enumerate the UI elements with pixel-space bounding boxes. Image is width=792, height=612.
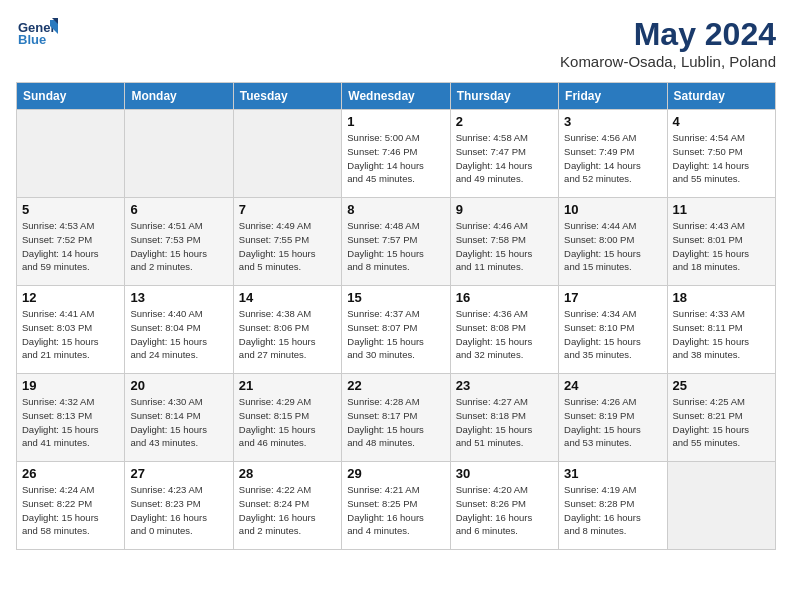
calendar-cell: 26Sunrise: 4:24 AM Sunset: 8:22 PM Dayli… xyxy=(17,462,125,550)
calendar-cell: 29Sunrise: 4:21 AM Sunset: 8:25 PM Dayli… xyxy=(342,462,450,550)
calendar-cell: 11Sunrise: 4:43 AM Sunset: 8:01 PM Dayli… xyxy=(667,198,775,286)
calendar-cell: 4Sunrise: 4:54 AM Sunset: 7:50 PM Daylig… xyxy=(667,110,775,198)
day-info: Sunrise: 4:38 AM Sunset: 8:06 PM Dayligh… xyxy=(239,307,336,362)
day-info: Sunrise: 4:56 AM Sunset: 7:49 PM Dayligh… xyxy=(564,131,661,186)
day-info: Sunrise: 4:28 AM Sunset: 8:17 PM Dayligh… xyxy=(347,395,444,450)
day-info: Sunrise: 4:33 AM Sunset: 8:11 PM Dayligh… xyxy=(673,307,770,362)
day-info: Sunrise: 4:22 AM Sunset: 8:24 PM Dayligh… xyxy=(239,483,336,538)
day-info: Sunrise: 4:32 AM Sunset: 8:13 PM Dayligh… xyxy=(22,395,119,450)
calendar-cell: 22Sunrise: 4:28 AM Sunset: 8:17 PM Dayli… xyxy=(342,374,450,462)
day-header-thursday: Thursday xyxy=(450,83,558,110)
calendar-cell: 3Sunrise: 4:56 AM Sunset: 7:49 PM Daylig… xyxy=(559,110,667,198)
day-header-sunday: Sunday xyxy=(17,83,125,110)
calendar-cell: 13Sunrise: 4:40 AM Sunset: 8:04 PM Dayli… xyxy=(125,286,233,374)
day-info: Sunrise: 5:00 AM Sunset: 7:46 PM Dayligh… xyxy=(347,131,444,186)
day-number: 7 xyxy=(239,202,336,217)
calendar-cell: 8Sunrise: 4:48 AM Sunset: 7:57 PM Daylig… xyxy=(342,198,450,286)
calendar-cell: 30Sunrise: 4:20 AM Sunset: 8:26 PM Dayli… xyxy=(450,462,558,550)
calendar-cell: 17Sunrise: 4:34 AM Sunset: 8:10 PM Dayli… xyxy=(559,286,667,374)
calendar-cell: 23Sunrise: 4:27 AM Sunset: 8:18 PM Dayli… xyxy=(450,374,558,462)
day-number: 10 xyxy=(564,202,661,217)
day-number: 24 xyxy=(564,378,661,393)
day-number: 11 xyxy=(673,202,770,217)
day-info: Sunrise: 4:34 AM Sunset: 8:10 PM Dayligh… xyxy=(564,307,661,362)
location-title: Komarow-Osada, Lublin, Poland xyxy=(560,53,776,70)
calendar-cell: 7Sunrise: 4:49 AM Sunset: 7:55 PM Daylig… xyxy=(233,198,341,286)
header-row: SundayMondayTuesdayWednesdayThursdayFrid… xyxy=(17,83,776,110)
day-info: Sunrise: 4:37 AM Sunset: 8:07 PM Dayligh… xyxy=(347,307,444,362)
calendar-cell xyxy=(125,110,233,198)
day-number: 3 xyxy=(564,114,661,129)
calendar-cell: 12Sunrise: 4:41 AM Sunset: 8:03 PM Dayli… xyxy=(17,286,125,374)
day-header-wednesday: Wednesday xyxy=(342,83,450,110)
calendar-cell: 19Sunrise: 4:32 AM Sunset: 8:13 PM Dayli… xyxy=(17,374,125,462)
header: General Blue May 2024 Komarow-Osada, Lub… xyxy=(16,16,776,70)
day-info: Sunrise: 4:24 AM Sunset: 8:22 PM Dayligh… xyxy=(22,483,119,538)
day-info: Sunrise: 4:40 AM Sunset: 8:04 PM Dayligh… xyxy=(130,307,227,362)
day-number: 12 xyxy=(22,290,119,305)
calendar-cell: 24Sunrise: 4:26 AM Sunset: 8:19 PM Dayli… xyxy=(559,374,667,462)
day-number: 15 xyxy=(347,290,444,305)
day-info: Sunrise: 4:53 AM Sunset: 7:52 PM Dayligh… xyxy=(22,219,119,274)
title-area: May 2024 Komarow-Osada, Lublin, Poland xyxy=(560,16,776,70)
day-number: 9 xyxy=(456,202,553,217)
calendar-header: SundayMondayTuesdayWednesdayThursdayFrid… xyxy=(17,83,776,110)
day-info: Sunrise: 4:58 AM Sunset: 7:47 PM Dayligh… xyxy=(456,131,553,186)
day-number: 23 xyxy=(456,378,553,393)
calendar-cell xyxy=(17,110,125,198)
day-number: 25 xyxy=(673,378,770,393)
day-info: Sunrise: 4:54 AM Sunset: 7:50 PM Dayligh… xyxy=(673,131,770,186)
day-number: 8 xyxy=(347,202,444,217)
calendar-cell: 21Sunrise: 4:29 AM Sunset: 8:15 PM Dayli… xyxy=(233,374,341,462)
day-number: 16 xyxy=(456,290,553,305)
day-number: 17 xyxy=(564,290,661,305)
logo-icon: General Blue xyxy=(16,16,58,48)
week-row-1: 1Sunrise: 5:00 AM Sunset: 7:46 PM Daylig… xyxy=(17,110,776,198)
day-info: Sunrise: 4:46 AM Sunset: 7:58 PM Dayligh… xyxy=(456,219,553,274)
calendar-cell: 1Sunrise: 5:00 AM Sunset: 7:46 PM Daylig… xyxy=(342,110,450,198)
calendar-cell: 6Sunrise: 4:51 AM Sunset: 7:53 PM Daylig… xyxy=(125,198,233,286)
day-number: 13 xyxy=(130,290,227,305)
day-number: 28 xyxy=(239,466,336,481)
week-row-3: 12Sunrise: 4:41 AM Sunset: 8:03 PM Dayli… xyxy=(17,286,776,374)
day-header-friday: Friday xyxy=(559,83,667,110)
day-info: Sunrise: 4:19 AM Sunset: 8:28 PM Dayligh… xyxy=(564,483,661,538)
calendar-cell: 28Sunrise: 4:22 AM Sunset: 8:24 PM Dayli… xyxy=(233,462,341,550)
day-info: Sunrise: 4:25 AM Sunset: 8:21 PM Dayligh… xyxy=(673,395,770,450)
day-info: Sunrise: 4:48 AM Sunset: 7:57 PM Dayligh… xyxy=(347,219,444,274)
day-info: Sunrise: 4:21 AM Sunset: 8:25 PM Dayligh… xyxy=(347,483,444,538)
day-number: 5 xyxy=(22,202,119,217)
day-number: 2 xyxy=(456,114,553,129)
day-info: Sunrise: 4:20 AM Sunset: 8:26 PM Dayligh… xyxy=(456,483,553,538)
day-info: Sunrise: 4:41 AM Sunset: 8:03 PM Dayligh… xyxy=(22,307,119,362)
calendar-cell: 9Sunrise: 4:46 AM Sunset: 7:58 PM Daylig… xyxy=(450,198,558,286)
calendar-cell xyxy=(667,462,775,550)
calendar-cell: 2Sunrise: 4:58 AM Sunset: 7:47 PM Daylig… xyxy=(450,110,558,198)
day-number: 31 xyxy=(564,466,661,481)
calendar-body: 1Sunrise: 5:00 AM Sunset: 7:46 PM Daylig… xyxy=(17,110,776,550)
day-info: Sunrise: 4:44 AM Sunset: 8:00 PM Dayligh… xyxy=(564,219,661,274)
calendar-cell: 5Sunrise: 4:53 AM Sunset: 7:52 PM Daylig… xyxy=(17,198,125,286)
calendar-cell xyxy=(233,110,341,198)
day-number: 4 xyxy=(673,114,770,129)
calendar-cell: 27Sunrise: 4:23 AM Sunset: 8:23 PM Dayli… xyxy=(125,462,233,550)
week-row-5: 26Sunrise: 4:24 AM Sunset: 8:22 PM Dayli… xyxy=(17,462,776,550)
svg-text:Blue: Blue xyxy=(18,32,46,47)
calendar-table: SundayMondayTuesdayWednesdayThursdayFrid… xyxy=(16,82,776,550)
day-header-tuesday: Tuesday xyxy=(233,83,341,110)
month-title: May 2024 xyxy=(560,16,776,53)
day-info: Sunrise: 4:49 AM Sunset: 7:55 PM Dayligh… xyxy=(239,219,336,274)
day-info: Sunrise: 4:30 AM Sunset: 8:14 PM Dayligh… xyxy=(130,395,227,450)
day-number: 14 xyxy=(239,290,336,305)
calendar-cell: 15Sunrise: 4:37 AM Sunset: 8:07 PM Dayli… xyxy=(342,286,450,374)
day-info: Sunrise: 4:51 AM Sunset: 7:53 PM Dayligh… xyxy=(130,219,227,274)
week-row-4: 19Sunrise: 4:32 AM Sunset: 8:13 PM Dayli… xyxy=(17,374,776,462)
day-number: 20 xyxy=(130,378,227,393)
week-row-2: 5Sunrise: 4:53 AM Sunset: 7:52 PM Daylig… xyxy=(17,198,776,286)
day-number: 19 xyxy=(22,378,119,393)
day-header-saturday: Saturday xyxy=(667,83,775,110)
calendar-cell: 25Sunrise: 4:25 AM Sunset: 8:21 PM Dayli… xyxy=(667,374,775,462)
calendar-cell: 16Sunrise: 4:36 AM Sunset: 8:08 PM Dayli… xyxy=(450,286,558,374)
day-number: 18 xyxy=(673,290,770,305)
day-header-monday: Monday xyxy=(125,83,233,110)
